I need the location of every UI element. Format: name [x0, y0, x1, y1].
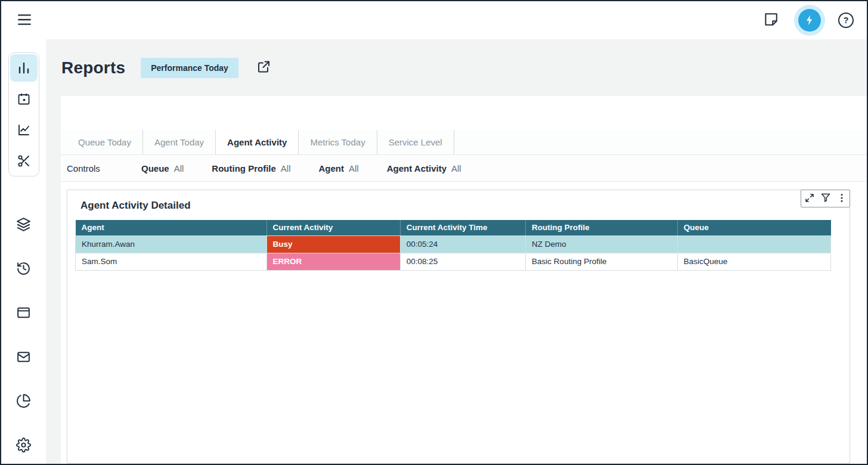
pie-chart-icon [16, 393, 31, 408]
filter-agent-activity-label: Agent Activity [387, 163, 447, 173]
tab-service-level[interactable]: Service Level [377, 130, 454, 154]
performance-today-badge[interactable]: Performance Today [141, 58, 238, 78]
lightning-bolt-icon [798, 9, 821, 32]
scissors-icon [17, 154, 31, 168]
quick-actions-button[interactable] [794, 5, 825, 36]
cell-queue: BasicQueue [677, 253, 830, 270]
mail-icon [16, 349, 31, 364]
filter-queue-label: Queue [141, 163, 169, 173]
tab-agent-activity[interactable]: Agent Activity [216, 130, 299, 154]
left-sidebar [1, 39, 46, 464]
controls-bar: Controls Queue All Routing Profile All A… [61, 155, 867, 182]
cell-activity-time: 00:08:25 [400, 253, 525, 270]
note-icon [763, 12, 779, 29]
line-chart-icon [17, 123, 31, 137]
sidebar-item-contact-history[interactable] [10, 255, 38, 281]
bar-chart-icon [17, 61, 31, 75]
page-header: Reports Performance Today [46, 39, 867, 96]
expand-button[interactable] [801, 190, 817, 207]
filter-routing-profile-label: Routing Profile [212, 163, 276, 173]
agent-activity-card: Agent Activity Detailed Agent Current Ac… [67, 190, 850, 464]
col-header-current-activity: Current Activity [266, 220, 400, 235]
cell-activity-time: 00:05:24 [400, 235, 525, 253]
sidebar-item-calendar[interactable] [10, 85, 38, 113]
calendar-icon [17, 92, 31, 106]
sidebar-item-analytics[interactable] [10, 388, 38, 414]
cell-routing-profile: Basic Routing Profile [526, 253, 678, 270]
cell-current-activity: Busy [266, 235, 400, 253]
kebab-menu-icon [837, 193, 847, 204]
tab-queue-today[interactable]: Queue Today [67, 130, 143, 154]
sidebar-item-mail[interactable] [10, 343, 38, 370]
sidebar-lower-nav [10, 211, 38, 458]
cell-routing-profile: NZ Demo [526, 235, 678, 253]
filter-agent-value: All [349, 163, 359, 173]
cell-agent: Sam.Som [76, 253, 267, 270]
report-panel: Queue Today Agent Today Agent Activity M… [61, 96, 867, 464]
filter-button[interactable] [817, 190, 833, 207]
history-clock-icon [16, 261, 31, 276]
sidebar-item-reports[interactable] [10, 54, 38, 82]
analytics-nav-group [8, 52, 39, 176]
question-mark-icon: ? [844, 16, 849, 25]
gear-icon [16, 438, 31, 452]
sidebar-item-queues[interactable] [10, 211, 38, 237]
help-button[interactable]: ? [838, 13, 854, 28]
col-header-current-activity-time: Current Activity Time [400, 220, 525, 235]
sidebar-item-settings[interactable] [10, 432, 38, 458]
table-row: Khurram.Awan Busy 00:05:24 NZ Demo [76, 235, 831, 253]
card-toolbar [801, 190, 850, 207]
app-window: ? [0, 0, 868, 465]
filter-agent-label: Agent [319, 163, 345, 173]
col-header-queue: Queue [677, 220, 830, 235]
agent-activity-table: Agent Current Activity Current Activity … [75, 220, 831, 271]
card-title: Agent Activity Detailed [67, 190, 850, 219]
top-bar: ? [1, 1, 867, 39]
filter-queue[interactable]: Queue All [141, 163, 184, 173]
controls-label: Controls [67, 163, 141, 173]
filter-agent-activity-value: All [451, 163, 461, 173]
filter-agent-activity[interactable]: Agent Activity All [387, 163, 461, 173]
funnel-icon [821, 193, 830, 204]
col-header-routing-profile: Routing Profile [526, 220, 678, 235]
filter-routing-profile[interactable]: Routing Profile All [212, 163, 290, 173]
sidebar-item-workspace[interactable] [10, 299, 38, 326]
tab-agent-today[interactable]: Agent Today [143, 130, 216, 154]
cell-agent: Khurram.Awan [76, 235, 267, 253]
sidebar-item-forecasting[interactable] [10, 147, 38, 175]
main-shell: Reports Performance Today Queue Today Ag… [1, 39, 867, 464]
sidebar-item-historical-metrics[interactable] [10, 116, 38, 144]
layers-icon [16, 217, 31, 232]
tab-metrics-today[interactable]: Metrics Today [299, 130, 377, 154]
filter-agent[interactable]: Agent All [319, 163, 359, 173]
cell-queue [677, 235, 830, 253]
more-options-button[interactable] [833, 190, 850, 207]
filter-queue-value: All [174, 163, 184, 173]
cell-current-activity: ERROR [266, 253, 400, 270]
open-external-button[interactable] [254, 57, 273, 78]
content-area: Reports Performance Today Queue Today Ag… [46, 39, 867, 464]
hamburger-icon [17, 12, 32, 29]
page-title: Reports [61, 58, 125, 78]
window-icon [16, 305, 31, 320]
external-link-icon [256, 60, 271, 76]
expand-icon [805, 193, 814, 204]
table-row: Sam.Som ERROR 00:08:25 Basic Routing Pro… [76, 253, 831, 270]
table-header-row: Agent Current Activity Current Activity … [76, 220, 831, 235]
col-header-agent: Agent [76, 220, 267, 235]
topbar-right-icons: ? [761, 5, 854, 36]
hamburger-menu-button[interactable] [14, 10, 35, 32]
feedback-note-button[interactable] [761, 10, 781, 32]
filter-routing-profile-value: All [281, 163, 291, 173]
report-tabs: Queue Today Agent Today Agent Activity M… [61, 130, 867, 155]
